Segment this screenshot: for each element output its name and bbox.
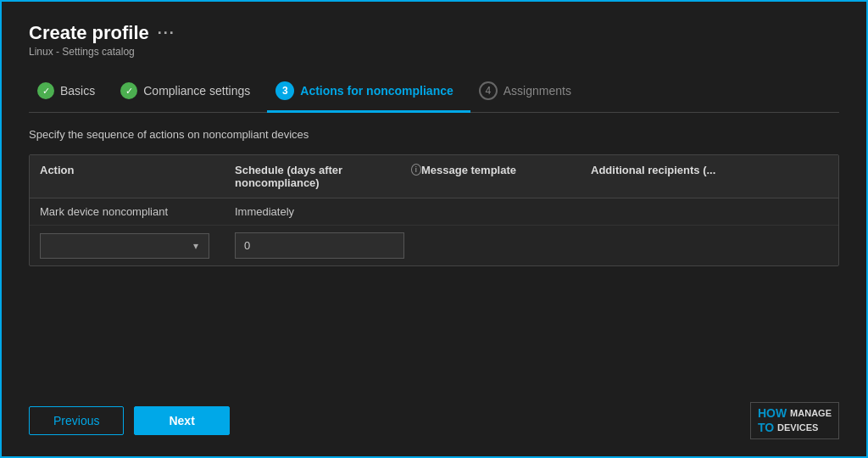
next-button[interactable]: Next	[134, 406, 229, 435]
header-section: Create profile ··· Linux - Settings cata…	[29, 22, 839, 58]
footer-buttons: Previous Next	[29, 406, 230, 435]
col-header-recipients: Additional recipients (...	[591, 164, 828, 189]
col-header-action: Action	[40, 164, 235, 189]
ellipsis-menu-button[interactable]: ···	[158, 25, 175, 42]
table-input-row: ▾	[30, 226, 838, 265]
page-title-row: Create profile ···	[29, 22, 839, 44]
tab-basics-label: Basics	[60, 84, 95, 98]
table-header: Action Schedule (days after noncomplianc…	[30, 155, 838, 198]
watermark: HOW MANAGE TO DEVICES	[750, 402, 839, 439]
col-header-message: Message template	[421, 164, 591, 189]
watermark-manage: MANAGE	[790, 408, 832, 419]
page-subtitle: Linux - Settings catalog	[29, 46, 839, 58]
footer-section: Previous Next HOW MANAGE TO DEVICES	[29, 388, 839, 439]
tab-assignments-label: Assignments	[504, 84, 571, 98]
col-header-schedule: Schedule (days after noncompliance) i	[235, 164, 421, 189]
schedule-input-cell	[235, 232, 421, 259]
tab-actions-noncompliance[interactable]: 3 Actions for noncompliance	[267, 73, 470, 113]
tab-compliance-settings-label: Compliance settings	[143, 84, 250, 98]
table-row: Mark device noncompliant Immediately	[30, 198, 838, 226]
watermark-box: HOW MANAGE TO DEVICES	[750, 402, 839, 439]
description-text: Specify the sequence of actions on nonco…	[29, 128, 839, 141]
tab-actions-badge: 3	[275, 81, 294, 100]
tabs-section: ✓ Basics ✓ Compliance settings 3 Actions…	[29, 73, 839, 113]
main-container: Create profile ··· Linux - Settings cata…	[2, 2, 866, 456]
tab-basics-check-icon: ✓	[37, 82, 54, 99]
content-section: Specify the sequence of actions on nonco…	[29, 128, 839, 388]
action-dropdown[interactable]: ▾	[40, 233, 209, 259]
page-title: Create profile	[29, 22, 149, 44]
tab-compliance-check-icon: ✓	[120, 82, 137, 99]
tab-compliance-settings[interactable]: ✓ Compliance settings	[112, 74, 267, 112]
watermark-how: HOW	[758, 406, 787, 421]
schedule-info-icon: i	[411, 164, 421, 176]
watermark-to: TO	[758, 421, 774, 435]
action-dropdown-cell: ▾	[40, 233, 235, 259]
tab-assignments-badge: 4	[479, 81, 498, 100]
tab-assignments[interactable]: 4 Assignments	[470, 73, 588, 113]
tab-basics[interactable]: ✓ Basics	[29, 74, 112, 112]
chevron-down-icon: ▾	[193, 240, 198, 252]
schedule-number-input[interactable]	[235, 232, 404, 259]
watermark-devices: DEVICES	[777, 422, 818, 433]
previous-button[interactable]: Previous	[29, 406, 124, 435]
cell-schedule: Immediately	[235, 205, 421, 218]
cell-action: Mark device noncompliant	[40, 205, 235, 218]
tab-actions-noncompliance-label: Actions for noncompliance	[300, 84, 453, 98]
actions-table: Action Schedule (days after noncomplianc…	[29, 154, 839, 266]
